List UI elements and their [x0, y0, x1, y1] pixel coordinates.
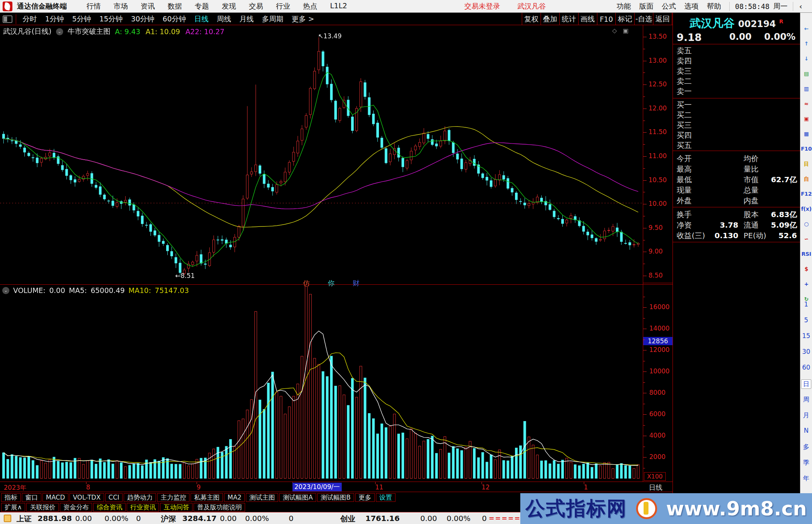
- f10-icon[interactable]: F10: [800, 146, 812, 152]
- zixuan-icon[interactable]: 自: [800, 176, 812, 183]
- info-tab-6[interactable]: 普及版功能说明: [194, 503, 245, 512]
- indicator-tab-5[interactable]: 趋势动力: [124, 493, 156, 502]
- period-tab-10[interactable]: 更多 >: [288, 14, 318, 24]
- strip-period-0[interactable]: 1: [801, 301, 811, 308]
- buy-row-5: 买五: [673, 140, 800, 151]
- strip-period-1[interactable]: 5: [801, 316, 811, 324]
- indicator-tab-3[interactable]: VOL-TDX: [70, 493, 104, 502]
- margin-tag: R: [779, 18, 783, 24]
- strip-period-7[interactable]: 月: [801, 411, 811, 420]
- indicator-tab-8[interactable]: MA2: [224, 493, 245, 502]
- menu-item-right-2[interactable]: 公式: [662, 2, 676, 11]
- indicator-tab-12[interactable]: 更多: [355, 493, 375, 502]
- indicator-tab-9[interactable]: 测试主图: [246, 493, 278, 502]
- menu-item-5[interactable]: 发现: [222, 2, 236, 11]
- strip-period-10[interactable]: 季: [801, 458, 811, 467]
- chart-action-1[interactable]: 叠加: [541, 13, 560, 25]
- menu-item-0[interactable]: 行情: [86, 2, 101, 11]
- chart-action-3[interactable]: 画线: [579, 13, 597, 25]
- page-up-icon[interactable]: ↑: [800, 41, 812, 47]
- indicator-tab-7[interactable]: 私募主图: [191, 493, 223, 502]
- period-tab-3[interactable]: 15分钟: [95, 14, 127, 24]
- formula-icon[interactable]: f(x): [800, 206, 812, 212]
- indicator-tab-13[interactable]: 设置: [376, 493, 395, 502]
- period-tab-4[interactable]: 30分钟: [127, 14, 158, 24]
- info-tab-1[interactable]: 关联报价: [26, 503, 59, 512]
- chart-action-5[interactable]: 标记: [616, 13, 635, 25]
- period-tab-9[interactable]: 多周期: [258, 14, 288, 24]
- kline-icon[interactable]: ▣: [800, 116, 812, 122]
- menu-item-1[interactable]: 市场: [114, 2, 128, 11]
- strip-period-5[interactable]: 日: [801, 379, 811, 389]
- strip-period-8[interactable]: N: [801, 427, 811, 434]
- indicator-tab-2[interactable]: MACD: [42, 493, 68, 502]
- panel-icon[interactable]: ▣: [623, 27, 629, 34]
- trend-chart-icon[interactable]: ≈: [800, 101, 812, 107]
- layout-toggle-icon[interactable]: [3, 15, 12, 23]
- main-chart-canvas[interactable]: [0, 25, 643, 283]
- menu-item-3[interactable]: 数据: [168, 2, 182, 11]
- strip-period-11[interactable]: 年: [801, 474, 811, 483]
- period-tab-0[interactable]: 分时: [18, 14, 41, 24]
- diamond-icon[interactable]: ◇: [612, 27, 617, 34]
- menu-item-right-4[interactable]: 帮助: [707, 2, 721, 11]
- menu-item-right-3[interactable]: 选项: [684, 2, 698, 11]
- back-icon[interactable]: ‹: [799, 2, 802, 11]
- menu-item-4[interactable]: 专题: [195, 2, 209, 11]
- chart-action-4[interactable]: F10: [597, 13, 616, 25]
- f12-icon[interactable]: F12: [800, 191, 812, 197]
- period-tab-1[interactable]: 1分钟: [41, 14, 68, 24]
- quote-list-icon[interactable]: ▥: [800, 86, 812, 92]
- info-tab-0[interactable]: 扩展∧: [1, 503, 25, 512]
- indicator-tab-11[interactable]: 测试幅图B: [317, 493, 354, 502]
- chevron-down-icon[interactable]: ⌄: [56, 28, 63, 35]
- menu-item-8[interactable]: 热点: [303, 2, 317, 11]
- chevron-down-icon[interactable]: ⌄: [2, 287, 9, 294]
- indicator-tab-1[interactable]: 窗口: [22, 493, 41, 502]
- page-down-icon[interactable]: ↓: [800, 56, 812, 62]
- wave-icon[interactable]: ∽: [800, 236, 812, 242]
- period-tab-7[interactable]: 周线: [213, 14, 235, 24]
- market-status-icon[interactable]: [4, 515, 11, 522]
- info-tab-5[interactable]: 互动问答: [160, 503, 192, 512]
- indicator-tab-0[interactable]: 指标: [1, 493, 21, 502]
- menu-item-right-1[interactable]: 版面: [639, 2, 653, 11]
- info-tab-3[interactable]: 综合资讯: [93, 503, 126, 512]
- menu-item-6[interactable]: 交易: [249, 2, 263, 11]
- pages-icon[interactable]: ▦: [800, 131, 812, 137]
- info-tab-2[interactable]: 资金分布: [60, 503, 92, 512]
- chart-action-7[interactable]: 返回: [653, 13, 672, 25]
- chart-action-2[interactable]: 统计: [560, 13, 579, 25]
- menu-item-2[interactable]: 资讯: [141, 2, 155, 11]
- chart-action-6[interactable]: -自选: [635, 13, 653, 25]
- tree-icon[interactable]: 目: [800, 161, 812, 168]
- stock-shortcut[interactable]: 武汉凡谷: [517, 2, 546, 11]
- strip-period-6[interactable]: 周: [801, 395, 811, 404]
- period-tab-5[interactable]: 60分钟: [159, 14, 190, 24]
- strip-period-3[interactable]: 30: [801, 348, 811, 355]
- volume-chart-canvas[interactable]: [0, 285, 643, 482]
- info-tab-4[interactable]: 行业资讯: [127, 503, 159, 512]
- login-status[interactable]: 交易未登录: [464, 2, 500, 11]
- period-tab-6[interactable]: 日线: [190, 14, 213, 24]
- circle-icon[interactable]: ○: [800, 221, 812, 227]
- indicator-tab-10[interactable]: 测试幅图A: [279, 493, 316, 502]
- money-icon[interactable]: $: [800, 266, 812, 272]
- period-tab-8[interactable]: 月线: [235, 14, 258, 24]
- menu-item-right-0[interactable]: 功能: [617, 2, 631, 11]
- chart-action-0[interactable]: 复权: [522, 13, 541, 25]
- strip-period-2[interactable]: 15: [801, 332, 811, 340]
- info-value: [711, 153, 738, 164]
- menu-item-7[interactable]: 行业: [276, 2, 290, 11]
- move-icon[interactable]: +: [800, 281, 812, 287]
- strip-period-9[interactable]: 多: [801, 442, 811, 451]
- rsi-icon[interactable]: RSI: [800, 251, 812, 257]
- strip-period-4[interactable]: 60: [801, 364, 811, 371]
- back-page-icon[interactable]: ←: [800, 26, 812, 32]
- indicator-tab-6[interactable]: 主力监控: [157, 493, 189, 502]
- report-icon[interactable]: ▤: [800, 71, 812, 77]
- indicator-name[interactable]: 牛市突破主图: [68, 27, 111, 36]
- indicator-tab-4[interactable]: CCI: [105, 493, 123, 502]
- menu-item-9[interactable]: L1L2: [330, 2, 347, 11]
- period-tab-2[interactable]: 5分钟: [68, 14, 95, 24]
